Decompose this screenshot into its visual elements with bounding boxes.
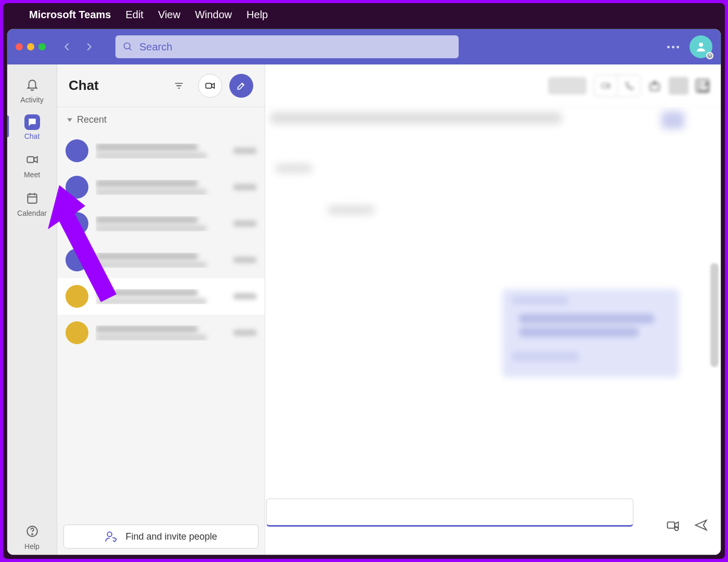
add-people-button[interactable] <box>669 77 688 95</box>
find-invite-button[interactable]: Find and invite people <box>63 525 258 548</box>
chat-main-pane <box>265 64 721 555</box>
chat-list-item[interactable] <box>57 133 265 169</box>
mac-menu-view[interactable]: View <box>158 9 180 21</box>
search-bar[interactable] <box>115 35 459 58</box>
desktop-area: Microsoft Teams Edit View Window Help <box>3 3 725 559</box>
chat-avatar <box>66 249 88 271</box>
video-icon <box>204 80 216 92</box>
svg-rect-16 <box>206 83 212 88</box>
audio-call-button[interactable] <box>617 75 640 96</box>
window-controls <box>16 43 46 50</box>
help-icon <box>25 525 39 538</box>
presence-indicator <box>706 52 713 59</box>
svg-line-1 <box>129 48 132 50</box>
rail-label-calendar: Calendar <box>17 209 47 217</box>
chat-avatar <box>66 285 88 308</box>
chat-header-tab[interactable] <box>548 77 587 95</box>
svg-point-2 <box>699 43 703 47</box>
phone-icon <box>624 81 634 91</box>
teams-app-window: Activity Chat Meet Calendar Help <box>7 29 721 555</box>
chat-list-item[interactable] <box>57 169 265 205</box>
chat-icon <box>28 117 37 127</box>
meet-now-button[interactable] <box>198 74 222 98</box>
app-body: Activity Chat Meet Calendar Help <box>7 64 721 555</box>
video-call-button[interactable] <box>594 75 617 96</box>
rail-label-help: Help <box>24 542 40 551</box>
rail-item-chat[interactable]: Chat <box>7 108 57 145</box>
rail-label-meet: Meet <box>24 171 40 179</box>
rail-label-activity: Activity <box>20 96 43 104</box>
chat-messages-area[interactable] <box>265 107 721 498</box>
call-buttons <box>594 75 641 97</box>
nav-back-button[interactable] <box>61 41 73 53</box>
rail-item-meet[interactable]: Meet <box>7 145 57 183</box>
window-close-button[interactable] <box>16 43 23 50</box>
bell-icon <box>25 78 39 92</box>
pop-out-button[interactable] <box>696 79 709 93</box>
scrollbar[interactable] <box>710 263 719 367</box>
message-bubble <box>502 289 679 377</box>
mac-menu-edit[interactable]: Edit <box>125 9 143 21</box>
rail-item-activity[interactable]: Activity <box>7 70 57 108</box>
video-icon <box>601 81 611 91</box>
send-icon <box>694 518 708 532</box>
filter-button[interactable] <box>167 74 191 98</box>
chat-list-pane: Chat Recent <box>57 64 265 555</box>
chat-avatar <box>66 212 88 235</box>
send-button[interactable] <box>694 518 708 534</box>
pop-out-icon <box>697 80 710 94</box>
video-clip-button[interactable] <box>666 518 680 534</box>
svg-marker-6 <box>34 157 37 163</box>
chat-list-item[interactable] <box>57 242 265 278</box>
message-input[interactable] <box>266 499 633 527</box>
chat-list-title: Chat <box>69 77 160 94</box>
rail-item-help[interactable]: Help <box>7 516 57 555</box>
teams-titlebar <box>7 29 721 64</box>
nav-forward-button[interactable] <box>83 41 95 53</box>
chevron-down-icon <box>67 117 73 123</box>
mac-menu-window[interactable]: Window <box>195 9 232 21</box>
share-button[interactable] <box>648 79 661 93</box>
person-icon <box>695 41 707 53</box>
video-clip-icon <box>666 518 680 532</box>
chat-list-item[interactable] <box>57 205 265 242</box>
calendar-icon <box>25 191 39 205</box>
chat-items-list <box>57 133 265 518</box>
svg-point-19 <box>108 532 112 537</box>
svg-point-12 <box>32 534 33 535</box>
chat-list-header: Chat <box>57 64 265 107</box>
svg-marker-21 <box>607 83 610 87</box>
chat-list-item[interactable] <box>57 278 265 315</box>
more-options-button[interactable] <box>667 46 679 48</box>
profile-avatar-button[interactable] <box>690 35 712 58</box>
svg-rect-7 <box>28 194 36 203</box>
chat-main-header <box>265 64 721 107</box>
history-nav <box>61 41 95 53</box>
svg-rect-20 <box>602 83 607 87</box>
svg-marker-17 <box>212 83 215 88</box>
rail-item-calendar[interactable]: Calendar <box>7 183 57 221</box>
search-icon <box>123 42 133 52</box>
svg-rect-23 <box>668 522 675 528</box>
svg-marker-18 <box>67 118 72 122</box>
window-minimize-button[interactable] <box>27 43 34 50</box>
compose-icon <box>236 81 246 91</box>
mac-menubar: Microsoft Teams Edit View Window Help <box>3 3 725 26</box>
chat-avatar <box>66 321 88 344</box>
titlebar-right-cluster <box>667 35 712 58</box>
mac-menu-app-name[interactable]: Microsoft Teams <box>29 9 111 21</box>
recent-section-header[interactable]: Recent <box>57 107 265 133</box>
recent-section-label: Recent <box>77 114 107 125</box>
chat-list-item[interactable] <box>57 315 265 351</box>
compose-area <box>265 498 721 555</box>
find-invite-label: Find and invite people <box>125 531 217 542</box>
search-input[interactable] <box>139 41 451 53</box>
rail-label-chat: Chat <box>24 132 40 140</box>
invite-people-icon <box>105 530 118 543</box>
window-fullscreen-button[interactable] <box>38 43 46 50</box>
app-rail: Activity Chat Meet Calendar Help <box>7 64 57 555</box>
new-chat-button[interactable] <box>229 74 253 98</box>
mac-menu-help[interactable]: Help <box>246 9 268 21</box>
svg-point-0 <box>124 43 131 49</box>
filter-icon <box>173 80 185 92</box>
